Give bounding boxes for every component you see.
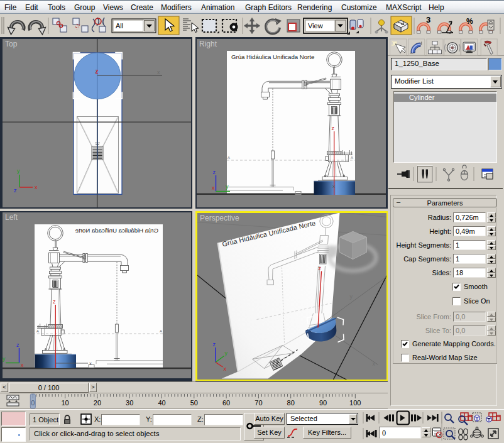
svg-text:70: 70 (255, 399, 262, 407)
svg-text:x: x (223, 365, 226, 371)
svg-text:Grúa Hidáulica Unificada Norte: Grúa Hidáulica Unificada Norte (231, 53, 314, 60)
svg-text:x: x (372, 360, 375, 366)
svg-text:z: z (213, 169, 216, 175)
svg-text:40: 40 (158, 399, 165, 407)
svg-text:20: 20 (94, 399, 101, 407)
svg-text:z: z (318, 265, 321, 271)
svg-text:z: z (212, 341, 216, 347)
svg-text:z: z (14, 187, 17, 194)
svg-text:x: x (89, 361, 92, 366)
svg-text:50: 50 (190, 399, 198, 407)
svg-text:10: 10 (61, 399, 68, 407)
svg-text:x: x (157, 69, 160, 75)
svg-text:z: z (16, 342, 19, 348)
svg-text:y: y (17, 168, 20, 174)
svg-text:y: y (3, 356, 6, 362)
svg-text:3: 3 (426, 15, 430, 25)
svg-text:y: y (226, 183, 229, 190)
svg-text:x: x (35, 184, 38, 190)
svg-text:z: z (96, 68, 99, 75)
svg-text:x: x (212, 185, 215, 191)
svg-text:z: z (332, 125, 335, 131)
svg-text:30: 30 (126, 399, 133, 407)
svg-text:y: y (224, 350, 227, 356)
svg-text:View: View (308, 22, 323, 30)
svg-text:%: % (466, 17, 473, 26)
svg-text:A: A (351, 156, 353, 160)
svg-text:90: 90 (319, 399, 327, 407)
svg-text:A: A (36, 329, 39, 333)
svg-text:y: y (349, 293, 353, 299)
svg-text:x: x (21, 362, 24, 368)
svg-text:All: All (116, 22, 123, 30)
svg-text:z: z (53, 298, 56, 305)
svg-text:60: 60 (222, 399, 230, 407)
svg-text:x: x (332, 183, 335, 189)
svg-text:80: 80 (287, 399, 295, 407)
svg-text:A: A (227, 156, 230, 160)
svg-text:100: 100 (349, 399, 361, 407)
svg-text:Grúa Hidáulica Unificada Norte: Grúa Hidáulica Unificada Norte (75, 227, 158, 234)
svg-text:A: A (160, 329, 162, 333)
